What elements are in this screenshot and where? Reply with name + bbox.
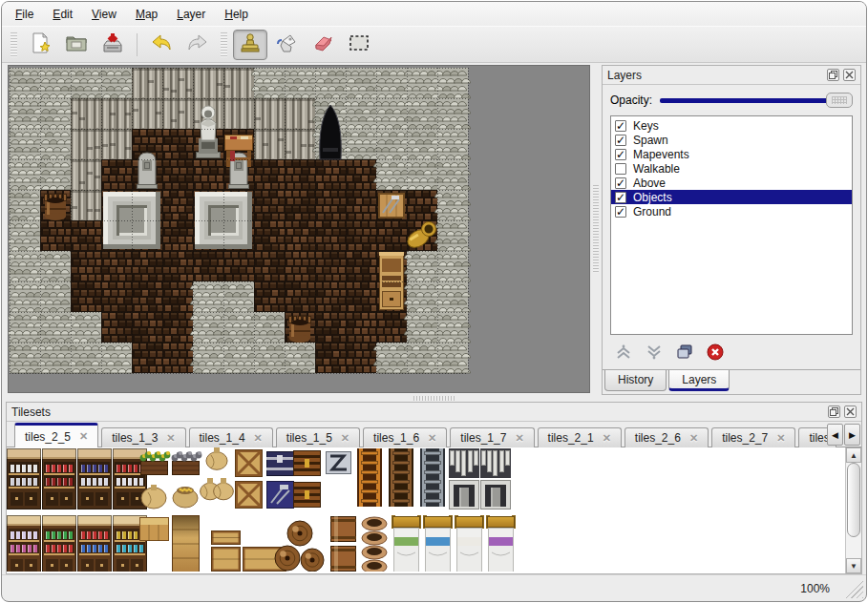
scrollbar-thumb[interactable] bbox=[847, 463, 860, 537]
layer-row-ground[interactable]: ✓Ground bbox=[611, 204, 852, 218]
tileset-tab-label: tiles_1_6 bbox=[373, 431, 419, 445]
map-canvas[interactable] bbox=[9, 66, 589, 392]
tileset-tab-label: tiles_2_1 bbox=[548, 431, 594, 445]
menu-item-map[interactable]: Map bbox=[126, 4, 167, 25]
open-button[interactable] bbox=[59, 30, 94, 60]
tileset-tab-tiles_2_6[interactable]: tiles_2_6✕ bbox=[625, 427, 709, 447]
dock-bottom-tabs: HistoryLayers bbox=[603, 369, 860, 394]
tab-close-icon[interactable]: ✕ bbox=[515, 432, 523, 445]
main-area: Layers Opacity: ✓Keys✓Spawn✓MapeventsWal… bbox=[2, 63, 866, 395]
layer-row-objects[interactable]: ✓Objects bbox=[611, 190, 852, 204]
delete-icon bbox=[707, 343, 724, 364]
toolbar-handle-icon[interactable] bbox=[221, 32, 227, 57]
menu-bar: FileEditViewMapLayerHelp bbox=[2, 2, 866, 26]
tileset-tab-tiles_2_7[interactable]: tiles_2_7✕ bbox=[711, 427, 795, 447]
duplicate-layer-button[interactable] bbox=[675, 344, 694, 364]
toolbar-handle-icon[interactable] bbox=[11, 32, 17, 57]
layer-visibility-checkbox[interactable] bbox=[615, 163, 626, 175]
layer-row-mapevents[interactable]: ✓Mapevents bbox=[611, 147, 852, 161]
opacity-row: Opacity: bbox=[603, 85, 860, 114]
tilesets-dock: Tilesets tiles_2_5✕tiles_1_3✕tiles_1_4✕t… bbox=[6, 402, 862, 574]
scroll-down-icon[interactable]: ▼ bbox=[846, 558, 861, 573]
undo-button[interactable] bbox=[144, 30, 179, 60]
scrollbar-track[interactable] bbox=[846, 463, 861, 558]
horizontal-splitter[interactable] bbox=[2, 395, 866, 402]
dock-tab-layers[interactable]: Layers bbox=[668, 370, 730, 391]
eraser-icon bbox=[310, 33, 335, 56]
vertical-splitter[interactable] bbox=[590, 63, 602, 395]
layers-dock-title: Layers bbox=[607, 69, 642, 82]
close-dock-icon[interactable] bbox=[844, 405, 857, 418]
redo-button[interactable] bbox=[180, 30, 215, 60]
status-bar: 100% bbox=[2, 574, 866, 601]
opacity-slider-handle[interactable] bbox=[826, 93, 853, 108]
delete-layer-button[interactable] bbox=[706, 344, 725, 364]
layer-visibility-checkbox[interactable]: ✓ bbox=[615, 206, 626, 218]
layer-toolbar bbox=[603, 339, 860, 369]
resize-grip-icon[interactable] bbox=[844, 579, 863, 598]
layers-dock: Layers Opacity: ✓Keys✓Spawn✓MapeventsWal… bbox=[602, 65, 861, 395]
tileset-tab-tiles_1_7[interactable]: tiles_1_7✕ bbox=[450, 427, 534, 447]
tileset-tab-tiles_1_3[interactable]: tiles_1_3✕ bbox=[101, 427, 185, 447]
layer-visibility-checkbox[interactable]: ✓ bbox=[615, 120, 626, 132]
tab-scroll-left-icon[interactable]: ◀ bbox=[827, 424, 843, 446]
dock-tab-history[interactable]: History bbox=[604, 370, 667, 391]
tileset-tab-tiles_2_5[interactable]: tiles_2_5✕ bbox=[14, 423, 98, 447]
lower-layer-button[interactable] bbox=[645, 344, 664, 364]
tileset-tab-tiles_1_5[interactable]: tiles_1_5✕ bbox=[276, 427, 360, 447]
tileset-tab-tiles_2_1[interactable]: tiles_2_1✕ bbox=[538, 427, 622, 447]
stamp-tool-button[interactable] bbox=[233, 30, 267, 60]
layer-visibility-checkbox[interactable]: ✓ bbox=[615, 135, 626, 146]
scroll-up-icon[interactable]: ▲ bbox=[846, 447, 861, 463]
opacity-slider-track[interactable] bbox=[660, 98, 851, 103]
splitter-grip-icon[interactable] bbox=[413, 396, 455, 401]
float-dock-icon[interactable] bbox=[828, 405, 840, 418]
lower-arrow-icon bbox=[646, 343, 663, 364]
splitter-grip-icon[interactable] bbox=[593, 185, 599, 273]
layer-visibility-checkbox[interactable]: ✓ bbox=[615, 149, 626, 160]
new-button[interactable] bbox=[23, 30, 57, 60]
layer-visibility-checkbox[interactable]: ✓ bbox=[615, 192, 626, 203]
eraser-tool-button[interactable] bbox=[306, 30, 340, 60]
float-dock-icon[interactable] bbox=[827, 69, 839, 81]
tileset-tab-label: tiles_1_5 bbox=[286, 431, 332, 445]
select-icon bbox=[348, 33, 370, 56]
tab-close-icon[interactable]: ✕ bbox=[689, 432, 698, 445]
tileset-tab-tiles_1_4[interactable]: tiles_1_4✕ bbox=[189, 427, 273, 447]
menu-item-view[interactable]: View bbox=[82, 4, 126, 25]
raise-layer-button[interactable] bbox=[614, 344, 633, 364]
close-dock-icon[interactable] bbox=[843, 69, 856, 81]
tab-close-icon[interactable]: ✕ bbox=[341, 432, 349, 445]
redo-icon bbox=[185, 32, 210, 57]
tab-close-icon[interactable]: ✕ bbox=[254, 432, 263, 445]
select-tool-button[interactable] bbox=[342, 30, 376, 60]
tab-close-icon[interactable]: ✕ bbox=[166, 432, 175, 445]
save-button[interactable] bbox=[95, 30, 130, 60]
tileset-canvas[interactable] bbox=[7, 447, 834, 572]
tileset-scrollbar[interactable]: ▲ ▼ bbox=[845, 447, 861, 573]
tab-close-icon[interactable]: ✕ bbox=[603, 432, 611, 445]
menu-item-file[interactable]: File bbox=[6, 4, 43, 25]
layer-row-keys[interactable]: ✓Keys bbox=[611, 118, 852, 133]
fill-icon bbox=[275, 31, 298, 58]
layer-list: ✓Keys✓Spawn✓MapeventsWalkable✓Above✓Obje… bbox=[610, 115, 853, 335]
tab-scroll-right-icon[interactable]: ▶ bbox=[844, 424, 860, 446]
tab-close-icon[interactable]: ✕ bbox=[428, 432, 436, 445]
tab-close-icon[interactable]: ✕ bbox=[79, 430, 88, 443]
layer-row-walkable[interactable]: Walkable bbox=[611, 161, 852, 176]
duplicate-icon bbox=[676, 343, 693, 364]
menu-item-help[interactable]: Help bbox=[215, 4, 258, 25]
fill-tool-button[interactable] bbox=[269, 30, 304, 60]
opacity-slider[interactable] bbox=[660, 92, 853, 109]
raise-arrow-icon bbox=[615, 343, 632, 364]
menu-item-layer[interactable]: Layer bbox=[167, 4, 215, 25]
tab-close-icon[interactable]: ✕ bbox=[776, 432, 785, 445]
layer-row-above[interactable]: ✓Above bbox=[611, 176, 852, 190]
layer-visibility-checkbox[interactable]: ✓ bbox=[615, 177, 626, 189]
layer-row-spawn[interactable]: ✓Spawn bbox=[611, 133, 852, 147]
tileset-tab-label: tiles_1_3 bbox=[112, 431, 158, 445]
menu-item-edit[interactable]: Edit bbox=[43, 4, 82, 25]
tileset-tab-label: tiles_2_6 bbox=[635, 431, 681, 445]
map-viewport[interactable] bbox=[8, 65, 590, 393]
tileset-tab-tiles_1_6[interactable]: tiles_1_6✕ bbox=[363, 427, 447, 447]
